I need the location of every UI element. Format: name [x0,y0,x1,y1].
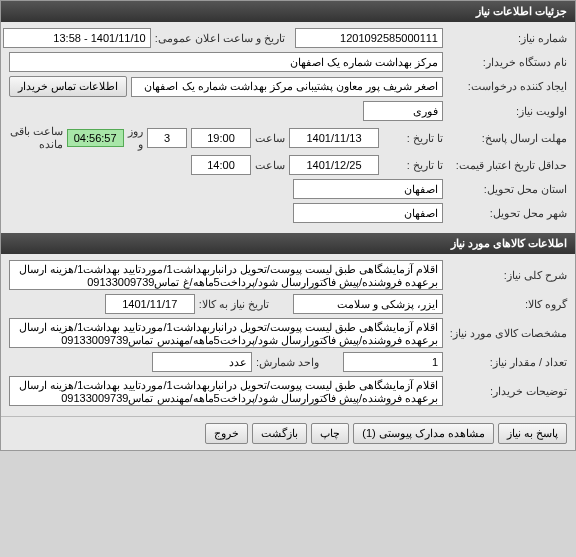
field-province[interactable] [293,179,443,199]
row-price-validity: حداقل تاریخ اعتبار قیمت: تا تاریخ : ساعت [9,155,567,175]
field-reply-time[interactable] [191,128,251,148]
label-price-validity: حداقل تاریخ اعتبار قیمت: [447,159,567,172]
field-unit[interactable] [152,352,252,372]
label-hour2: ساعت [255,159,285,172]
label-hour1: ساعت [255,132,285,145]
label-buyer-org: نام دستگاه خریدار: [447,56,567,69]
label-item-spec: مشخصات کالای مورد نیاز: [447,327,567,340]
label-city: شهر محل تحویل: [447,207,567,220]
field-item-spec[interactable]: اقلام آزمایشگاهی طبق لیست پیوست/تحویل در… [9,318,443,348]
label-unit: واحد شمارش: [256,356,319,369]
field-item-date[interactable] [105,294,195,314]
row-city: شهر محل تحویل: [9,203,567,223]
label-need-number: شماره نیاز: [447,32,567,45]
label-to-date2: تا تاریخ : [383,159,443,172]
label-request-creator: ایجاد کننده درخواست: [447,80,567,93]
field-buyer-org[interactable] [9,52,443,72]
row-reply-deadline: مهلت ارسال پاسخ: تا تاریخ : ساعت روز و 0… [9,125,567,151]
attachments-button[interactable]: مشاهده مدارک پیوستی (1) [353,423,494,444]
label-province: استان محل تحویل: [447,183,567,196]
label-hours-remain: ساعت باقی مانده [9,125,63,151]
items-section-body: شرح کلی نیاز: اقلام آزمایشگاهی طبق لیست … [1,254,575,416]
row-item-spec: مشخصات کالای مورد نیاز: اقلام آزمایشگاهی… [9,318,567,348]
print-button[interactable]: چاپ [311,423,349,444]
countdown-timer: 04:56:57 [67,129,124,147]
field-days-remain[interactable] [147,128,187,148]
field-need-number[interactable] [295,28,443,48]
row-buyer-notes: توضیحات خریدار: اقلام آزمایشگاهی طبق لیس… [9,376,567,406]
need-details-window: جزئیات اطلاعات نیاز شماره نیاز: تاریخ و … [0,0,576,451]
row-priority: اولویت نیاز: [9,101,567,121]
label-to-date1: تا تاریخ : [383,132,443,145]
row-province: استان محل تحویل: [9,179,567,199]
field-priority[interactable] [363,101,443,121]
field-price-time[interactable] [191,155,251,175]
button-bar: پاسخ به نیاز مشاهده مدارک پیوستی (1) چاپ… [1,416,575,450]
field-city[interactable] [293,203,443,223]
row-need-number: شماره نیاز: تاریخ و ساعت اعلان عمومی: [9,28,567,48]
row-qty: تعداد / مقدار نیاز: واحد شمارش: [9,352,567,372]
field-buyer-notes[interactable]: اقلام آزمایشگاهی طبق لیست پیوست/تحویل در… [9,376,443,406]
field-item-group[interactable] [293,294,443,314]
exit-button[interactable]: خروج [205,423,248,444]
field-need-desc[interactable]: اقلام آزمایشگاهی طبق لیست پیوست/تحویل در… [9,260,443,290]
label-qty: تعداد / مقدار نیاز: [447,356,567,369]
row-request-creator: ایجاد کننده درخواست: اطلاعات تماس خریدار [9,76,567,97]
label-need-desc: شرح کلی نیاز: [447,269,567,282]
field-request-creator[interactable] [131,77,443,97]
back-button[interactable]: بازگشت [252,423,307,444]
row-need-desc: شرح کلی نیاز: اقلام آزمایشگاهی طبق لیست … [9,260,567,290]
items-section-header: اطلاعات کالاهای مورد نیاز [1,233,575,254]
contact-info-button[interactable]: اطلاعات تماس خریدار [9,76,127,97]
label-reply-deadline: مهلت ارسال پاسخ: [447,132,567,145]
field-reply-date[interactable] [289,128,379,148]
respond-button[interactable]: پاسخ به نیاز [498,423,567,444]
details-section-header: جزئیات اطلاعات نیاز [1,1,575,22]
label-priority: اولویت نیاز: [447,105,567,118]
row-buyer-org: نام دستگاه خریدار: [9,52,567,72]
field-qty[interactable] [343,352,443,372]
label-days-and: روز و [128,125,143,151]
label-announce-dt: تاریخ و ساعت اعلان عمومی: [155,32,285,45]
field-price-date[interactable] [289,155,379,175]
label-item-date: تاریخ نیاز به کالا: [199,298,269,311]
label-item-group: گروه کالا: [447,298,567,311]
row-item-group: گروه کالا: تاریخ نیاز به کالا: [9,294,567,314]
field-announce-dt[interactable] [3,28,151,48]
details-section-body: شماره نیاز: تاریخ و ساعت اعلان عمومی: نا… [1,22,575,233]
label-buyer-notes: توضیحات خریدار: [447,385,567,398]
